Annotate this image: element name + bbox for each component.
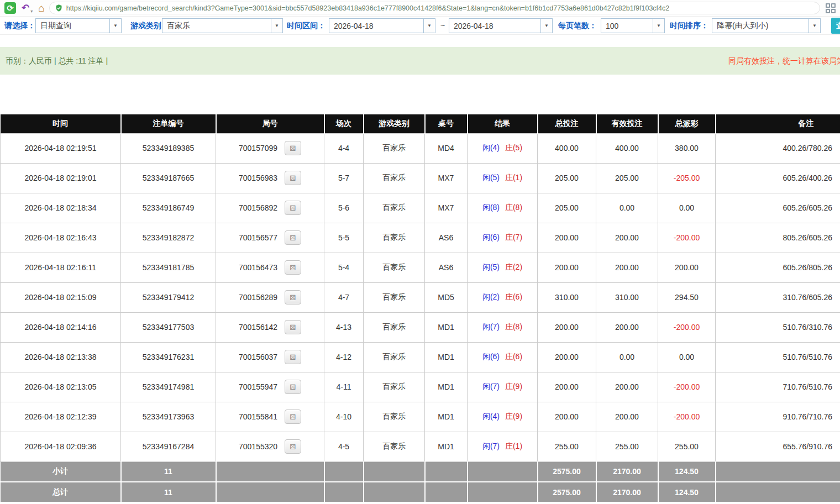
cell-total-bet[interactable]: 200.00 [538,342,596,372]
cell-session: 4-13 [324,312,364,342]
result-banker: 庄(9) [505,412,522,421]
page-size-select[interactable]: 100 ▼ [601,18,665,33]
refresh-icon[interactable]: ⟳ [4,2,16,14]
round-detail-icon[interactable]: ⚄ [285,141,301,155]
cell-game-type: 百家乐 [364,223,425,253]
cell-remark: 655.76/910.76 [716,432,840,461]
header-valid-bet: 有效投注 [596,114,658,133]
chevron-down-icon[interactable]: ▼ [109,19,121,33]
cell-result: 闲(7) 庄(9) [468,372,538,402]
cell-table-no: MD1 [425,342,468,372]
table-row: 2026-04-18 02:15:09 523349179412 7001562… [1,282,840,312]
undo-icon[interactable]: ↶ [22,2,29,14]
cell-total-bet[interactable]: 310.00 [538,282,596,312]
cell-valid-bet: 200.00 [596,372,658,402]
round-detail-icon[interactable]: ⚄ [285,350,301,364]
dice-glyph: ⚄ [290,204,296,212]
cell-remark: 605.26/605.26 [716,193,840,223]
game-type-label: 游戏类别 [130,17,161,35]
result-player: 闲(4) [482,412,500,421]
table-header-row: 时间 注单编号 局号 场次 游戏类别 桌号 结果 总投注 有效投注 总派彩 备注 [1,114,840,133]
cell-table-no: MX7 [425,163,468,193]
home-icon[interactable]: ⌂ [38,2,44,14]
date-from-select[interactable]: 2026-04-18 ▼ [329,18,435,33]
subtotal-empty-cell [468,461,538,482]
header-remark: 备注 [716,114,840,133]
cell-valid-bet: 200.00 [596,402,658,432]
cell-time: 2026-04-18 02:16:43 [1,223,121,253]
chevron-down-icon[interactable]: ▼ [809,19,820,33]
round-detail-icon[interactable]: ⚄ [285,410,301,424]
cell-remark: 910.76/710.76 [716,402,840,432]
round-detail-icon[interactable]: ⚄ [285,260,301,275]
filter-bar: 请选择： 日期查询 ▼ 游戏类别 百家乐 ▼ 时间区间： 2026-04-18 … [0,17,840,35]
cell-round-id: 700156892 ⚄ [216,193,324,223]
cell-total-bet[interactable]: 200.00 [538,253,596,282]
cell-result: 闲(6) 庄(7) [468,223,538,253]
round-detail-icon[interactable]: ⚄ [285,320,301,334]
query-type-select[interactable]: 日期查询 ▼ [35,18,122,33]
round-detail-icon[interactable]: ⚄ [285,439,301,454]
cell-session: 5-7 [324,163,364,193]
round-id-text: 700155320 [239,442,277,451]
address-bar[interactable]: https://kiqiiu.com/game/betrecord_search… [49,2,820,14]
cell-table-no: MX7 [425,193,468,223]
round-id-text: 700156577 [239,233,277,242]
result-player: 闲(7) [482,322,500,331]
browser-toolbar: ⟳ ↶ ▾ ⌂ https://kiqiiu.com/game/betrecor… [0,0,840,17]
chevron-down-icon[interactable]: ▼ [653,19,664,33]
cell-valid-bet: 400.00 [596,133,658,163]
cell-result: 闲(4) 庄(9) [468,402,538,432]
undo-dropdown-icon[interactable]: ▾ [30,9,33,16]
total-empty-cell [364,482,425,502]
cell-session: 4-12 [324,342,364,372]
cell-total-bet[interactable]: 200.00 [538,402,596,432]
cell-bet-id: 523349176231 [121,342,216,372]
search-button[interactable]: 查询 [831,18,840,34]
cell-total-bet[interactable]: 205.00 [538,193,596,223]
cell-total-bet[interactable]: 200.00 [538,223,596,253]
game-type-select[interactable]: 百家乐 ▼ [162,18,283,33]
cell-payout: -200.00 [658,223,716,253]
cell-payout: 294.50 [658,282,716,312]
chevron-down-icon[interactable]: ▼ [540,19,552,33]
result-banker: 庄(2) [505,262,522,271]
cell-game-type: 百家乐 [364,282,425,312]
total-payout: 124.50 [658,482,716,502]
subtotal-empty-cell [216,461,324,482]
cell-total-bet[interactable]: 200.00 [538,312,596,342]
sort-select[interactable]: 降幂(由大到小) ▼ [712,18,821,33]
date-to-select[interactable]: 2026-04-18 ▼ [449,18,553,33]
cell-total-bet[interactable]: 255.00 [538,432,596,461]
cell-total-bet[interactable]: 205.00 [538,163,596,193]
dice-glyph: ⚄ [290,413,296,421]
cell-game-type: 百家乐 [364,253,425,282]
table-row: 2026-04-18 02:16:11 523349181785 7001564… [1,253,840,282]
cell-total-bet[interactable]: 200.00 [538,372,596,402]
round-detail-icon[interactable]: ⚄ [285,201,301,215]
dice-glyph: ⚄ [290,145,296,152]
cell-payout: 0.00 [658,193,716,223]
chevron-down-icon[interactable]: ▼ [271,19,282,33]
cell-result: 闲(2) 庄(6) [468,282,538,312]
round-detail-icon[interactable]: ⚄ [285,290,301,305]
round-detail-icon[interactable]: ⚄ [285,230,301,245]
result-banker: 庄(7) [505,233,522,242]
result-banker: 庄(5) [505,143,522,152]
cell-total-bet[interactable]: 400.00 [538,133,596,163]
cell-table-no: MD1 [425,372,468,402]
cell-result: 闲(4) 庄(5) [468,133,538,163]
header-time: 时间 [1,114,121,133]
browser-extension-icon[interactable] [826,3,836,13]
subtotal-empty-cell [324,461,364,482]
url-text: https://kiqiiu.com/game/betrecord_search… [66,4,670,12]
cell-session: 4-7 [324,282,364,312]
table-row: 2026-04-18 02:16:43 523349182872 7001565… [1,223,840,253]
table-row: 2026-04-18 02:19:51 523349189385 7001570… [1,133,840,163]
query-type-label: 请选择： [4,17,35,35]
chevron-down-icon[interactable]: ▼ [423,19,435,33]
result-banker: 庄(8) [505,203,522,212]
round-detail-icon[interactable]: ⚄ [285,380,301,394]
round-detail-icon[interactable]: ⚄ [285,171,301,185]
total-empty-cell [468,482,538,502]
